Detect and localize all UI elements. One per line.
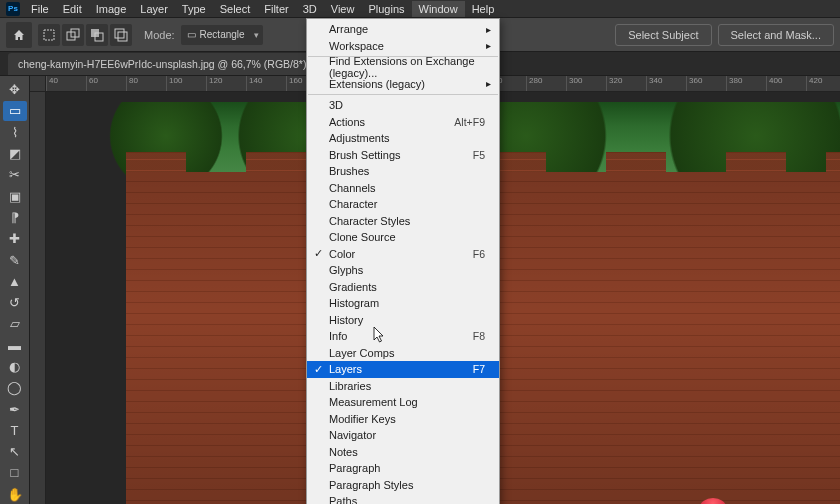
svg-rect-0: [44, 30, 54, 40]
window-menu-item-modifier-keys[interactable]: Modifier Keys: [307, 411, 499, 428]
home-icon[interactable]: [6, 22, 32, 48]
window-menu-item-paragraph-styles[interactable]: Paragraph Styles: [307, 477, 499, 494]
ruler-corner: [30, 76, 46, 92]
window-menu-item-glyphs[interactable]: Glyphs: [307, 262, 499, 279]
menu-item-label: Adjustments: [329, 132, 390, 144]
menu-layer[interactable]: Layer: [133, 1, 175, 17]
window-menu-item-character-styles[interactable]: Character Styles: [307, 213, 499, 230]
path-select-tool[interactable]: ↖: [3, 442, 27, 461]
window-menu-item-adjustments[interactable]: Adjustments: [307, 130, 499, 147]
menu-filter[interactable]: Filter: [257, 1, 295, 17]
stamp-tool[interactable]: ▲: [3, 272, 27, 291]
app-logo: Ps: [6, 2, 20, 16]
menu-item-label: Layers: [329, 363, 362, 375]
menu-image[interactable]: Image: [89, 1, 134, 17]
menu-item-label: Character Styles: [329, 215, 410, 227]
window-menu-item-measurement-log[interactable]: Measurement Log: [307, 394, 499, 411]
select-subject-button[interactable]: Select Subject: [615, 24, 711, 46]
pen-tool[interactable]: ✒: [3, 399, 27, 418]
mode-dropdown[interactable]: ▭Rectangle: [181, 25, 263, 45]
menu-item-label: Workspace: [329, 40, 384, 52]
blur-tool[interactable]: ◐: [3, 357, 27, 376]
menu-select[interactable]: Select: [213, 1, 258, 17]
window-menu-item-info[interactable]: InfoF8: [307, 328, 499, 345]
frame-tool[interactable]: ▣: [3, 186, 27, 205]
window-menu-item-histogram[interactable]: Histogram: [307, 295, 499, 312]
menu-item-label: Gradients: [329, 281, 377, 293]
new-selection-button[interactable]: [38, 24, 60, 46]
menu-window[interactable]: Window: [412, 1, 465, 17]
menu-item-shortcut: F8: [473, 330, 485, 342]
menu-item-label: Glyphs: [329, 264, 363, 276]
window-menu-item-find-extensions-on-exchange-legacy[interactable]: Find Extensions on Exchange (legacy)...: [307, 59, 499, 76]
add-selection-button[interactable]: [62, 24, 84, 46]
ruler-tick: 360: [686, 76, 726, 91]
intersect-selection-button[interactable]: [110, 24, 132, 46]
document-tab[interactable]: cheng-kamyin-H7EE6wPrIdc-unsplash.jpg @ …: [8, 53, 329, 75]
menu-item-label: Actions: [329, 116, 365, 128]
menu-help[interactable]: Help: [465, 1, 502, 17]
menu-item-label: Notes: [329, 446, 358, 458]
window-menu-item-channels[interactable]: Channels: [307, 180, 499, 197]
window-menu-item-clone-source[interactable]: Clone Source: [307, 229, 499, 246]
object-select-tool[interactable]: ◩: [3, 144, 27, 163]
eyedropper-tool[interactable]: ⁋: [3, 208, 27, 227]
move-tool[interactable]: ✥: [3, 80, 27, 99]
window-menu-item-workspace[interactable]: Workspace: [307, 38, 499, 55]
window-menu-item-brushes[interactable]: Brushes: [307, 163, 499, 180]
hand-tool[interactable]: ✋: [3, 485, 27, 504]
menu-item-label: Measurement Log: [329, 396, 418, 408]
ruler-tick: 80: [126, 76, 166, 91]
crop-tool[interactable]: ✂: [3, 165, 27, 184]
lasso-tool[interactable]: ⌇: [3, 123, 27, 142]
menu-item-label: Brush Settings: [329, 149, 401, 161]
history-brush-tool[interactable]: ↺: [3, 293, 27, 312]
menu-3d[interactable]: 3D: [296, 1, 324, 17]
window-menu-item-notes[interactable]: Notes: [307, 444, 499, 461]
window-menu-item-character[interactable]: Character: [307, 196, 499, 213]
subtract-selection-button[interactable]: [86, 24, 108, 46]
type-tool[interactable]: T: [3, 421, 27, 440]
menu-item-label: Color: [329, 248, 355, 260]
window-menu-item-brush-settings[interactable]: Brush SettingsF5: [307, 147, 499, 164]
healing-tool[interactable]: ✚: [3, 229, 27, 248]
window-menu-item-paths[interactable]: Paths: [307, 493, 499, 504]
window-menu-item-paragraph[interactable]: Paragraph: [307, 460, 499, 477]
window-menu-item-gradients[interactable]: Gradients: [307, 279, 499, 296]
ruler-tick: 420: [806, 76, 840, 91]
window-menu-dropdown: ArrangeWorkspaceFind Extensions on Excha…: [306, 18, 500, 504]
menu-item-label: Brushes: [329, 165, 369, 177]
document-tab-title: cheng-kamyin-H7EE6wPrIdc-unsplash.jpg @ …: [18, 58, 306, 70]
menu-item-label: Extensions (legacy): [329, 78, 425, 90]
select-and-mask-button[interactable]: Select and Mask...: [718, 24, 835, 46]
menu-plugins[interactable]: Plugins: [361, 1, 411, 17]
gradient-tool[interactable]: ▬: [3, 336, 27, 355]
ruler-tick: 400: [766, 76, 806, 91]
window-menu-item-layer-comps[interactable]: Layer Comps: [307, 345, 499, 362]
window-menu-item-navigator[interactable]: Navigator: [307, 427, 499, 444]
window-menu-item-extensions-legacy[interactable]: Extensions (legacy): [307, 76, 499, 93]
tools-panel: ✥▭⌇◩✂▣⁋✚✎▲↺▱▬◐◯✒T↖□✋: [0, 76, 30, 504]
menu-view[interactable]: View: [324, 1, 362, 17]
menu-item-label: Character: [329, 198, 377, 210]
ruler-tick: 120: [206, 76, 246, 91]
shape-tool[interactable]: □: [3, 463, 27, 482]
ruler-tick: 60: [86, 76, 126, 91]
window-menu-item-layers[interactable]: LayersF7: [307, 361, 499, 378]
menu-item-label: Paragraph Styles: [329, 479, 413, 491]
dodge-tool[interactable]: ◯: [3, 378, 27, 397]
window-menu-item-history[interactable]: History: [307, 312, 499, 329]
menu-file[interactable]: File: [24, 1, 56, 17]
menu-edit[interactable]: Edit: [56, 1, 89, 17]
menu-type[interactable]: Type: [175, 1, 213, 17]
marquee-tool[interactable]: ▭: [3, 101, 27, 120]
brush-tool[interactable]: ✎: [3, 250, 27, 269]
menu-item-label: Clone Source: [329, 231, 396, 243]
window-menu-item-libraries[interactable]: Libraries: [307, 378, 499, 395]
window-menu-item-actions[interactable]: ActionsAlt+F9: [307, 114, 499, 131]
window-menu-item-arrange[interactable]: Arrange: [307, 21, 499, 38]
ruler-tick: 100: [166, 76, 206, 91]
eraser-tool[interactable]: ▱: [3, 314, 27, 333]
window-menu-item-color[interactable]: ColorF6: [307, 246, 499, 263]
window-menu-item-3d[interactable]: 3D: [307, 97, 499, 114]
